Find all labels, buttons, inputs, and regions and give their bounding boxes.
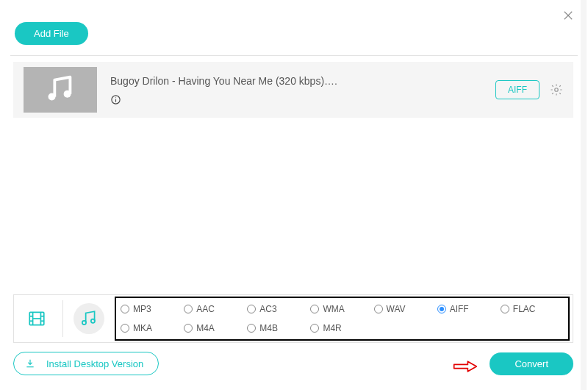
radio-icon	[437, 305, 446, 313]
film-icon	[27, 309, 46, 328]
radio-icon	[247, 324, 256, 333]
format-option-mka[interactable]: MKA	[121, 323, 184, 333]
svg-point-17	[91, 319, 95, 323]
svg-point-2	[49, 93, 56, 101]
gear-icon[interactable]	[550, 83, 563, 96]
file-title: Bugoy Drilon - Having You Near Me (320 k…	[110, 75, 495, 87]
format-label: AIFF	[450, 304, 469, 314]
close-icon[interactable]	[562, 9, 575, 22]
tab-separator	[62, 300, 63, 337]
scrollbar[interactable]	[581, 0, 587, 390]
format-option-aac[interactable]: AAC	[184, 304, 247, 314]
radio-icon	[310, 305, 319, 313]
radio-icon	[121, 305, 129, 313]
svg-point-3	[64, 91, 71, 98]
svg-point-6	[115, 97, 116, 98]
convert-button[interactable]: Convert	[490, 352, 573, 375]
radio-icon	[310, 324, 319, 333]
radio-icon	[247, 305, 256, 313]
radio-icon	[184, 305, 193, 313]
add-file-button[interactable]: Add File	[15, 22, 88, 45]
format-options: MP3AACAC3WMAWAVAIFFFLACMKAM4AM4BM4R	[115, 297, 570, 341]
format-option-wma[interactable]: WMA	[310, 304, 373, 314]
radio-icon	[374, 305, 383, 313]
svg-point-7	[555, 88, 559, 92]
format-option-mp3[interactable]: MP3	[121, 304, 184, 314]
tab-video[interactable]	[21, 303, 52, 334]
divider	[10, 55, 578, 56]
format-label: FLAC	[513, 304, 536, 314]
music-icon	[79, 309, 98, 328]
tab-audio[interactable]	[74, 303, 104, 334]
format-label: AAC	[196, 304, 215, 314]
format-option-ac3[interactable]: AC3	[247, 304, 310, 314]
format-label: M4R	[323, 323, 341, 333]
music-notes-icon	[43, 73, 77, 107]
format-label: MP3	[133, 304, 151, 314]
format-label: M4A	[196, 323, 215, 333]
format-label: WMA	[323, 304, 344, 314]
format-option-m4r[interactable]: M4R	[310, 323, 373, 333]
format-option-m4a[interactable]: M4A	[184, 323, 247, 333]
file-thumbnail	[24, 67, 97, 113]
format-label: MKA	[133, 323, 152, 333]
format-label: M4B	[259, 323, 278, 333]
format-bar: MP3AACAC3WMAWAVAIFFFLACMKAM4AM4BM4R	[13, 294, 573, 343]
install-label: Install Desktop Version	[46, 358, 143, 369]
radio-icon	[501, 305, 509, 313]
radio-icon	[121, 324, 129, 333]
format-option-aiff[interactable]: AIFF	[437, 304, 501, 314]
format-option-flac[interactable]: FLAC	[501, 304, 564, 314]
format-label: WAV	[387, 304, 406, 314]
download-icon	[24, 358, 36, 369]
format-option-wav[interactable]: WAV	[374, 304, 437, 314]
radio-icon	[184, 324, 193, 333]
format-badge[interactable]: AIFF	[495, 80, 539, 99]
arrow-annotation-icon	[453, 359, 478, 374]
format-label: AC3	[259, 304, 276, 314]
svg-point-16	[82, 321, 86, 325]
format-option-m4b[interactable]: M4B	[247, 323, 310, 333]
install-desktop-button[interactable]: Install Desktop Version	[13, 352, 159, 375]
info-icon[interactable]	[110, 94, 121, 105]
file-card: Bugoy Drilon - Having You Near Me (320 k…	[13, 62, 573, 118]
